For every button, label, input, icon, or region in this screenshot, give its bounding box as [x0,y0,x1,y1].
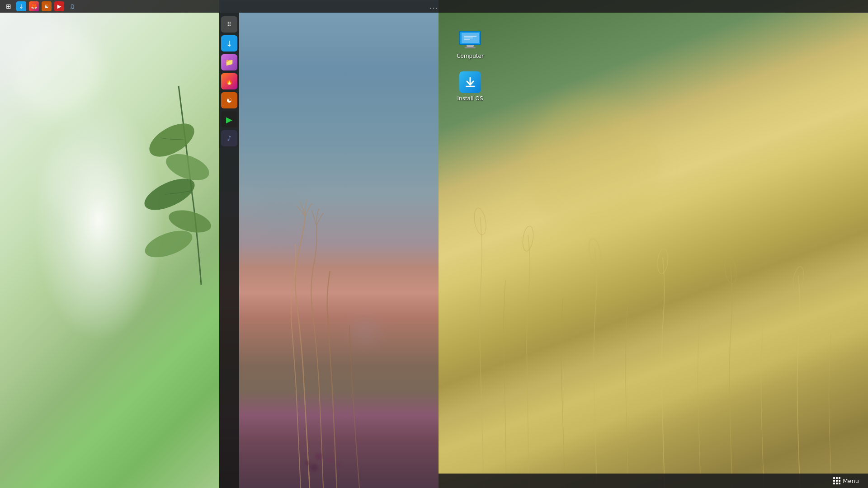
install-os-icon-image [459,71,481,93]
menu-grid-dot [836,480,838,482]
desktop-icons-area: Computer Install OS [439,13,868,114]
svg-point-5 [315,453,322,460]
dock-folder-icon: 📁 [225,58,234,66]
monitor-screen-inner [462,33,479,43]
menu-grid-dot [839,480,840,482]
svg-point-9 [337,462,341,467]
dock-cinnamon-symbol: ☯ [226,97,232,104]
wallpaper-left [0,0,219,488]
panel-firefox-button[interactable]: 🦊 [29,1,39,11]
desktop-icons-column: Computer Install OS [452,26,488,105]
menu-button[interactable]: Menu [830,475,863,486]
cinnamon-icon: ☯ [44,4,49,9]
dock-cinnamon-icon[interactable]: ☯ [221,92,237,108]
install-os-icon-graphic [459,71,481,93]
dock-files-icon[interactable]: 📁 [221,54,237,70]
dock-download-icon[interactable]: ↓ [221,35,237,52]
bottom-panel: Menu [439,474,868,488]
music-note-icon: ♫ [69,3,75,10]
dock-apps-grid-icon: ⠿ [227,21,231,28]
menu-grid-dot [839,483,840,484]
panel-music-button[interactable]: ♫ [67,1,77,11]
firefox-icon: 🦊 [31,3,38,9]
monitor-screen [459,31,481,45]
menu-grid-dot [833,480,835,482]
leaf-decoration [120,68,219,294]
install-os-desktop-icon[interactable]: Install OS [452,69,488,104]
top-panel-left: ⊞ ↓ 🦊 ☯ ▶ ♫ [4,1,77,11]
svg-point-6 [305,460,310,466]
dock-music-icon[interactable]: ♪ [221,130,237,146]
dock-download-arrow-icon: ↓ [226,39,232,48]
dock-music-note-icon: ♪ [227,134,231,142]
dock-player-icon[interactable]: ▶ [221,111,237,127]
computer-icon-label: Computer [457,53,484,59]
dock: ⠿ ↓ 📁 🔥 ☯ ▶ ♪ [219,13,239,488]
monitor-foot [465,47,476,48]
install-os-icon-label: Install OS [458,95,483,102]
panel-download-button[interactable]: ↓ [16,1,26,11]
panel-media-button[interactable]: ▶ [54,1,64,11]
computer-desktop-icon[interactable]: Computer [452,26,488,62]
svg-point-8 [310,464,318,472]
media-play-icon: ▶ [57,3,61,9]
menu-grid-dot [833,483,835,484]
dock-play-icon: ▶ [226,115,232,124]
menu-grid-dot [833,477,835,479]
panel-cinnamon-button[interactable]: ☯ [42,1,52,11]
dock-apps-icon[interactable]: ⠿ [221,16,237,33]
monitor-graphic [459,31,481,49]
menu-grid-dot [836,477,838,479]
download-arrow-svg [464,76,476,89]
dock-firefox-icon[interactable]: 🔥 [221,73,237,89]
panel-dots: ... [429,3,438,10]
apps-grid-icon: ⊞ [6,3,11,10]
grass-overlay [219,0,439,488]
top-panel: ⊞ ↓ 🦊 ☯ ▶ ♫ ... [0,0,868,13]
download-icon: ↓ [19,3,24,10]
menu-grid-dot [836,483,838,484]
computer-icon-image [459,29,481,51]
menu-label: Menu [843,478,859,484]
menu-grid-icon [833,477,840,484]
svg-point-7 [327,457,333,463]
menu-grid-dot [839,477,840,479]
panel-apps-button[interactable]: ⊞ [4,1,14,11]
dock-firefox-icon-symbol: 🔥 [226,78,233,85]
wallpaper-center [219,0,439,488]
